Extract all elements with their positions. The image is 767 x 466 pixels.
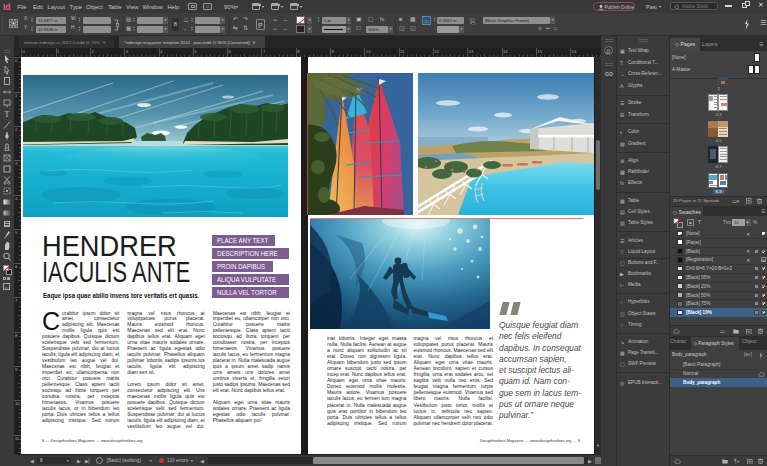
svg-text:T: T: [5, 110, 10, 119]
